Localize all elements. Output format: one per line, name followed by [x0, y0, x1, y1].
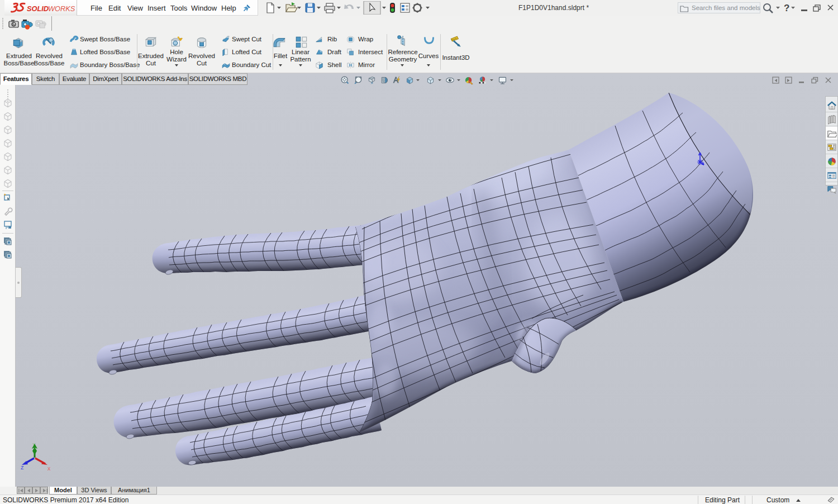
svg-text:Z: Z: [21, 465, 24, 471]
svg-text:X: X: [47, 467, 51, 472]
svg-text:SOLID: SOLID: [27, 4, 49, 13]
svg-text:WORKS: WORKS: [48, 4, 75, 13]
svg-text:?: ?: [784, 3, 789, 13]
